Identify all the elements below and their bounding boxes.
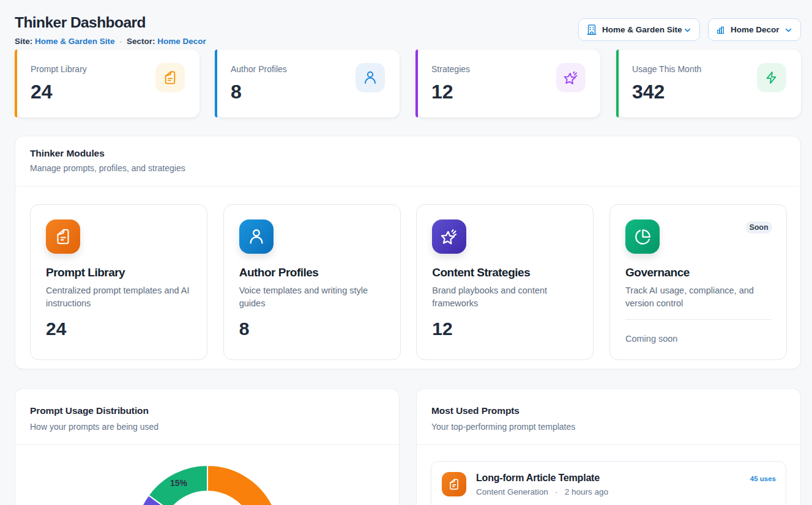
svg-text:15%: 15% <box>170 478 188 488</box>
